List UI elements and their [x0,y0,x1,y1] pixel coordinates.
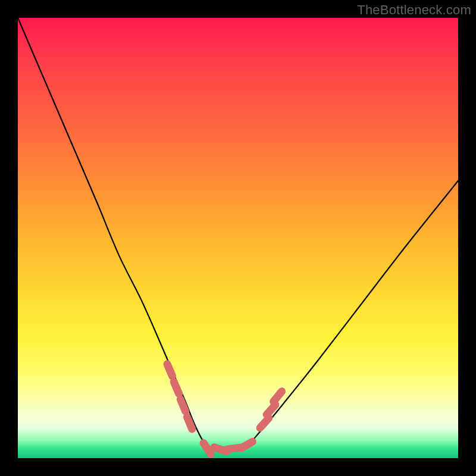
marker-dot [241,441,252,448]
marker-dot [260,418,269,428]
marker-dot [274,392,282,402]
curve-layer [18,18,458,458]
chart-frame: TheBottleneck.com [0,0,476,476]
marker-dot [167,364,173,376]
marker-dot [174,381,179,393]
marker-dot [187,417,192,429]
marker-dot [203,443,211,454]
plot-area [18,18,458,458]
watermark-text: TheBottleneck.com [357,2,471,18]
marker-dot [180,399,185,411]
marker-dot [267,405,275,414]
bottleneck-curve [18,18,458,450]
highlight-markers [167,364,282,454]
